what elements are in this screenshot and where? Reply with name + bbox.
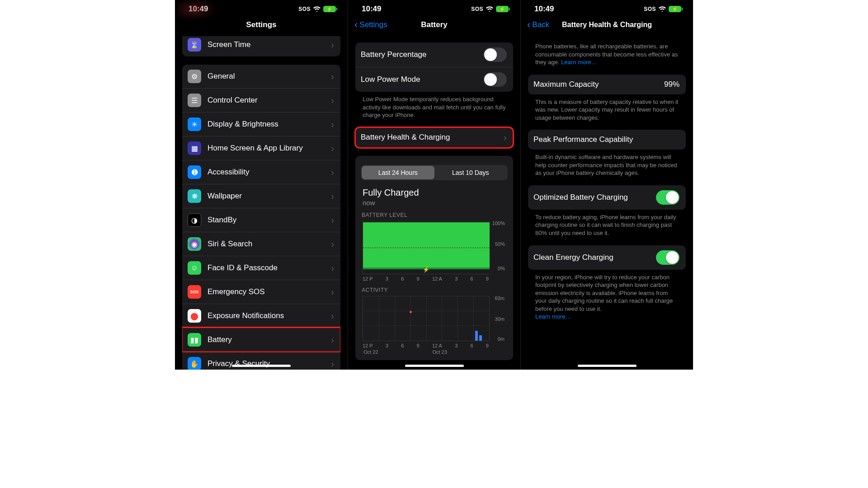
settings-item-control-center[interactable]: ☰Control Center› [182,88,340,112]
max-capacity-row[interactable]: Maximum Capacity 99% [528,75,686,94]
xtick: 6 [401,343,404,348]
row-label: Battery [208,335,331,344]
ylabel-0m: 0m [498,336,505,342]
battery-toggles-group: Battery Percentage Low Power Mode [355,42,513,92]
status-time: 10:49 [534,5,554,14]
settings-item-exposure-notifications[interactable]: ⬤Exposure Notifications› [182,304,340,328]
segment-24h[interactable]: Last 24 Hours [362,166,434,179]
chevron-right-icon: › [331,191,334,202]
settings-group-partial: ⌛ Screen Time › [182,36,340,56]
xtick: 3 [455,343,458,348]
optimized-battery-charging-row[interactable]: Optimized Battery Charging [528,185,686,210]
row-label: Maximum Capacity [533,80,664,89]
status-bar: 10:49 SOS ⚡ [521,0,693,15]
page-title: Battery Health & Charging [562,21,652,29]
back-button[interactable]: ‹ Back [527,19,549,31]
battery-charging-icon: ⚡ [323,6,336,12]
ylabel-30m: 30m [495,316,505,322]
row-label: Wallpaper [208,192,331,201]
toggle-low-power-mode[interactable] [483,72,507,87]
chevron-right-icon: › [504,132,507,143]
ylabel-50: 50% [495,241,505,247]
battery-percentage-row[interactable]: Battery Percentage [355,42,513,67]
control-icon: ☰ [188,94,201,107]
settings-item-battery[interactable]: ▮▮Battery› [182,328,340,352]
clean-energy-charging-row[interactable]: Clean Energy Charging [528,245,686,270]
back-button[interactable]: ‹ Settings [354,19,387,31]
segment-10d[interactable]: Last 10 Days [434,166,507,179]
xtick: 9 [486,343,489,348]
nav-bar: ‹ Back Battery Health & Charging [521,15,693,34]
home-indicator[interactable] [232,365,291,367]
low-power-mode-row[interactable]: Low Power Mode [355,67,513,92]
settings-item-screen-time[interactable]: ⌛ Screen Time › [182,36,340,56]
row-label: Peak Performance Capability [533,135,679,144]
chevron-left-icon: ‹ [527,19,530,31]
battery-health-row-group: Battery Health & Charging › [355,127,513,148]
battery-level-chart: ⚡ 100% 50% 0% [363,221,490,274]
exposure-icon: ⬤ [188,309,201,323]
face-icon: ☺ [188,261,201,275]
peak-performance-note: Built-in dynamic software and hardware s… [528,150,686,177]
settings-item-face-id-passcode[interactable]: ☺Face ID & Passcode› [182,256,340,280]
home-indicator[interactable] [578,365,637,367]
battery-level-heading: BATTERY LEVEL [361,206,508,221]
battery-charging-icon: ⚡ [669,6,681,12]
wallpaper-icon: ❋ [188,189,201,203]
xtick: 12 P [363,343,373,348]
chevron-right-icon: › [331,335,334,345]
row-label: Low Power Mode [361,75,483,84]
row-label: Battery Health & Charging [361,133,504,142]
xtick: 6 [470,276,473,282]
phone-battery-health: 10:49 SOS ⚡ ‹ Back Battery Health & Char… [520,0,693,370]
intro-note: Phone batteries, like all rechargeable b… [528,36,686,66]
chevron-left-icon: ‹ [354,19,358,31]
back-label: Back [532,20,549,29]
privacy-icon: ✋ [188,357,201,370]
chevron-right-icon: › [331,359,334,369]
segmented-time-range[interactable]: Last 24 Hours Last 10 Days [361,165,508,180]
learn-more-link[interactable]: Learn more… [561,59,597,66]
activity-chart: 60m 30m 0m [363,296,490,341]
battery-health-charging-row[interactable]: Battery Health & Charging › [355,127,513,148]
settings-item-wallpaper[interactable]: ❋Wallpaper› [182,184,340,208]
settings-item-accessibility[interactable]: ➊Accessibility› [182,160,340,184]
battery-usage-panel: Last 24 Hours Last 10 Days Fully Charged… [355,156,513,360]
phone-settings: 10:49 SOS ⚡ Settings ⌛ Screen Time › ⚙Ge… [175,0,348,370]
chevron-right-icon: › [331,263,334,273]
wifi-icon [486,6,493,12]
toggle-clean-energy[interactable] [656,250,679,265]
xtick: 3 [386,343,388,348]
toggle-optimized-charging[interactable] [656,190,679,205]
standby-icon: ◑ [188,213,201,227]
chevron-right-icon: › [331,95,334,106]
learn-more-link[interactable]: Learn more… [535,313,571,320]
settings-item-display-brightness[interactable]: ☀Display & Brightness› [182,112,340,136]
chevron-right-icon: › [331,311,334,321]
ylabel-100: 100% [492,221,505,226]
row-label: Privacy & Security [208,359,331,368]
chevron-right-icon: › [331,119,334,130]
settings-item-privacy-security[interactable]: ✋Privacy & Security› [182,352,340,370]
home-indicator[interactable] [405,365,464,367]
settings-item-general[interactable]: ⚙General› [182,65,340,88]
xtick: 12 A [432,276,442,282]
activity-marker [410,311,412,313]
peak-performance-row[interactable]: Peak Performance Capability [528,130,686,150]
ylabel-60m: 60m [495,296,505,301]
activity-heading: ACTIVITY [361,282,508,296]
xtick: 9 [417,343,420,348]
settings-item-siri-search[interactable]: ◉Siri & Search› [182,232,340,256]
row-label: Battery Percentage [361,50,483,59]
toggle-battery-percentage[interactable] [483,47,507,62]
status-time: 10:49 [362,5,381,14]
peak-performance-group: Peak Performance Capability [528,130,686,150]
xtick: 6 [470,343,473,348]
settings-item-home-screen-app-library[interactable]: ▦Home Screen & App Library› [182,136,340,160]
battery-level-xaxis: 12 P36912 A369 [363,274,490,282]
settings-item-emergency-sos[interactable]: SOSEmergency SOS› [182,280,340,304]
xtick: 9 [486,276,489,282]
row-label: Clean Energy Charging [533,253,656,262]
row-label: Emergency SOS [208,287,331,296]
settings-item-standby[interactable]: ◑StandBy› [182,208,340,232]
